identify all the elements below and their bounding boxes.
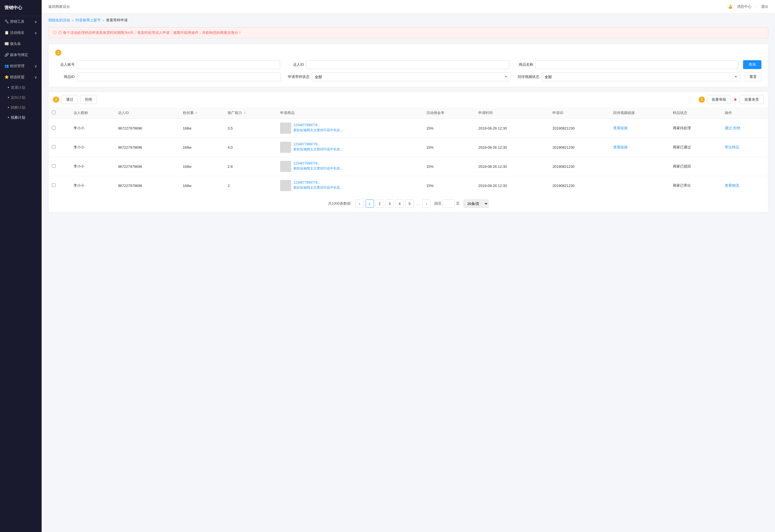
table-section: 2 通过 拒绝 3 批量审核 批量发货 达人昵称 达人ID bbox=[48, 92, 768, 212]
sidebar-item-activity-signup[interactable]: 📋 活动报名 ∨ bbox=[0, 27, 42, 38]
row-4-commission: 15% bbox=[423, 176, 475, 195]
product-image-1 bbox=[280, 123, 291, 134]
sample-status-select[interactable]: 全部 商家待处理 商家已通过 商家已驳回 商家已寄出 bbox=[312, 72, 510, 81]
product-name-input[interactable] bbox=[535, 60, 739, 69]
row-1-reject-link[interactable]: 拒绝 bbox=[733, 126, 740, 130]
influencer-id-field: 达人ID bbox=[285, 60, 509, 69]
influencer-account-input[interactable] bbox=[77, 60, 280, 69]
red-dot-indicator bbox=[734, 98, 736, 101]
page-size-select[interactable]: 20条/页 50条/页 100条/页 bbox=[463, 199, 488, 208]
col-name: 达人昵称 bbox=[70, 107, 115, 119]
data-table: 达人昵称 达人ID 粉丝量 ⇅ 推广能力 ⇅ 申请商品 活动佣金率 申请时间 申… bbox=[49, 107, 768, 195]
reset-button[interactable]: 重置 bbox=[745, 72, 761, 81]
row-2-product: 1234877999778... 新款短袖阔太太蕾丝印花中长款... bbox=[277, 138, 423, 157]
sidebar-item-targeted-plan[interactable]: 定向计划 bbox=[0, 93, 42, 103]
media-bind-label: 🔗 媒体号绑定 bbox=[4, 52, 28, 57]
batch-review-button[interactable]: 批量审核 bbox=[707, 95, 731, 104]
row-1-pass-link[interactable]: 通过 bbox=[725, 126, 732, 130]
sidebar-item-media-bind[interactable]: 🔗 媒体号绑定 bbox=[0, 49, 42, 60]
sidebar-item-marketing-tools[interactable]: 🔧 营销工具 ∨ bbox=[0, 16, 42, 27]
row-2-name: 李小小 bbox=[70, 138, 115, 157]
product-name-field: 商品名称 bbox=[514, 60, 739, 69]
sidebar-item-magpie-plan[interactable]: 鹊桥计划 bbox=[0, 103, 42, 113]
prev-page-button[interactable]: ‹ bbox=[356, 199, 364, 208]
row-2-id: 967227979696 bbox=[115, 138, 179, 157]
row-4-fans: 168w bbox=[179, 176, 224, 195]
alert-message: ① 每个活动处理样品申请及发货时间期限为4天，请及时处理达人申请，逾期不能再操作… bbox=[58, 30, 242, 35]
select-all-checkbox[interactable] bbox=[52, 111, 55, 114]
row-2-checkbox[interactable] bbox=[49, 138, 70, 157]
table-row: 李小小 967227979696 168w 4.0 1234877999778.… bbox=[49, 138, 768, 157]
toolbar-left: 2 通过 拒绝 bbox=[53, 95, 97, 104]
video-status-select[interactable]: 全部 未上传 已上传 bbox=[541, 72, 740, 81]
logout-button[interactable]: 退出 bbox=[761, 4, 768, 9]
jump-input[interactable] bbox=[443, 199, 455, 208]
page-label: 页 bbox=[456, 201, 460, 206]
product-id-1: 1234877999778... bbox=[293, 123, 343, 128]
row-4-time: 2019-08-26 12:30 bbox=[475, 176, 549, 195]
row-2-promo: 4.0 bbox=[224, 138, 277, 157]
row-4-checkbox[interactable] bbox=[49, 176, 70, 195]
breadcrumb-event[interactable]: 抖音春季上新节 bbox=[75, 18, 101, 23]
pass-button[interactable]: 通过 bbox=[61, 95, 78, 104]
row-2-ship-link[interactable]: 寄出样品 bbox=[725, 145, 739, 149]
col-video: 回传视频链接 bbox=[610, 107, 670, 119]
chevron-down-icon-3: ∨ bbox=[34, 64, 37, 68]
page-2-button[interactable]: 2 bbox=[376, 199, 384, 208]
sample-status-label: 申请寄样状态 bbox=[285, 74, 310, 79]
row-3-fans: 168w bbox=[179, 157, 224, 176]
col-id: 达人ID bbox=[115, 107, 179, 119]
product-id-input[interactable] bbox=[77, 72, 281, 81]
row-3-checkbox[interactable] bbox=[49, 157, 70, 176]
col-checkbox[interactable] bbox=[49, 107, 70, 119]
sidebar-item-elite-alliance[interactable]: ⭐ 精选联盟 ∨ bbox=[0, 72, 42, 83]
sidebar-item-general-plan[interactable]: 普通计划 bbox=[0, 83, 42, 93]
row-2-commission: 15% bbox=[423, 138, 475, 157]
breadcrumb-my-activities[interactable]: 我报名的活动 bbox=[48, 18, 70, 23]
row-1-video-link[interactable]: 查看链接 bbox=[610, 119, 670, 138]
col-time: 申请时间 bbox=[475, 107, 549, 119]
influencer-id-input[interactable] bbox=[306, 60, 509, 69]
sidebar-item-fans-manage[interactable]: 👥 粉丝管理 ∨ bbox=[0, 60, 42, 72]
row-1-checkbox[interactable] bbox=[49, 119, 70, 138]
page-4-button[interactable]: 4 bbox=[396, 199, 404, 208]
row-4-logistics-link[interactable]: 查看物流 bbox=[725, 183, 739, 188]
col-promo[interactable]: 推广能力 ⇅ bbox=[224, 107, 277, 119]
back-link[interactable]: 返回商家后台 bbox=[48, 4, 70, 9]
product-id-4: 1234877999778... bbox=[293, 180, 343, 185]
col-fans[interactable]: 粉丝量 ⇅ bbox=[179, 107, 224, 119]
row-3-commission: 15% bbox=[423, 157, 475, 176]
product-name-4: 新款短袖阔太太蕾丝印花中长款... bbox=[293, 185, 343, 190]
sidebar-item-recruit-plan[interactable]: 招募计划 bbox=[0, 113, 42, 123]
next-page-button[interactable]: › bbox=[422, 199, 430, 208]
sidebar-item-micro-headline[interactable]: 📰 微头条 bbox=[0, 38, 42, 49]
row-3-name: 李小小 bbox=[70, 157, 115, 176]
step-3-badge: 3 bbox=[699, 97, 705, 103]
video-status-field: 回传视频状态 全部 未上传 已上传 bbox=[515, 72, 740, 81]
row-2-time: 2019-08-26 12:30 bbox=[475, 138, 549, 157]
row-2-apply-id: 20190821230 bbox=[549, 138, 610, 157]
page-5-button[interactable]: 5 bbox=[406, 199, 414, 208]
row-2-video-link[interactable]: 查看链接 bbox=[610, 138, 670, 157]
activity-signup-label: 📋 活动报名 bbox=[4, 30, 24, 35]
breadcrumb-sep-1: > bbox=[72, 18, 74, 22]
step-1-badge: 1 bbox=[55, 50, 61, 56]
main-content: 返回商家后台 🔔 消息中心 | 退出 我报名的活动 > 抖音春季上新节 > 查看… bbox=[42, 0, 775, 532]
page-1-button[interactable]: 1 bbox=[366, 199, 374, 208]
query-button[interactable]: 查询 bbox=[743, 60, 761, 69]
row-4-ops: 查看物流 bbox=[721, 176, 768, 195]
chevron-down-icon-2: ∨ bbox=[34, 31, 37, 35]
notification-label[interactable]: 消息中心 bbox=[737, 4, 751, 9]
fans-manage-label: 👥 粉丝管理 bbox=[4, 64, 24, 69]
product-id-3: 1234877999778... bbox=[293, 161, 343, 166]
page-3-button[interactable]: 3 bbox=[386, 199, 394, 208]
jump-label: 跳至 bbox=[434, 201, 442, 206]
sample-status-field: 申请寄样状态 全部 商家待处理 商家已通过 商家已驳回 商家已寄出 bbox=[285, 72, 510, 81]
notification-icon: 🔔 bbox=[728, 4, 733, 9]
reject-button[interactable]: 拒绝 bbox=[80, 95, 97, 104]
batch-ship-button[interactable]: 批量发货 bbox=[740, 95, 764, 104]
row-3-apply-id: 20190821230 bbox=[549, 157, 610, 176]
product-id-field: 商品ID bbox=[55, 72, 281, 81]
row-1-fans: 168w bbox=[179, 119, 224, 138]
row-4-name: 李小小 bbox=[70, 176, 115, 195]
